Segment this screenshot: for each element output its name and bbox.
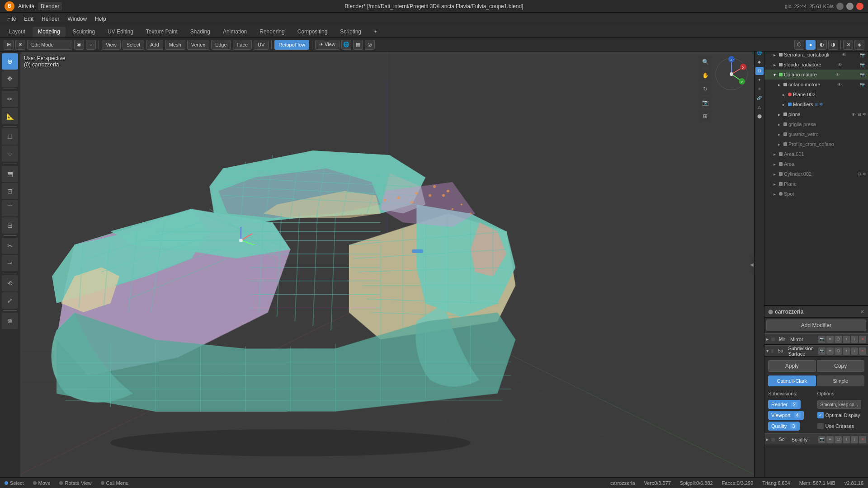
tool-transform[interactable]: ⟲ (2, 275, 18, 291)
outliner-item-plane002[interactable]: ▸ Plane.002 (764, 89, 868, 99)
shading-render[interactable]: ◑ (828, 40, 838, 50)
tab-rendering[interactable]: Rendering (254, 27, 290, 37)
outliner-item-plane[interactable]: ▸ Plane (764, 179, 868, 189)
outliner-item-cylinder[interactable]: ▸ Cylinder.002 ⊟ ✲ (764, 169, 868, 179)
soli-render-icon[interactable]: 📷 (818, 436, 826, 443)
expand-mir-icon[interactable]: ▸ (766, 337, 769, 342)
outliner-item-profilo[interactable]: ▸ Profilo_crom_cofano (764, 139, 868, 149)
overlay-btn[interactable]: ⊙ (843, 40, 853, 50)
mir-edit-icon[interactable]: ✏ (826, 336, 834, 343)
outliner-item-spot[interactable]: ▸ Spot (764, 189, 868, 199)
add-workspace-btn[interactable]: + (368, 27, 382, 37)
view-icon1[interactable]: 🌐 (341, 40, 351, 50)
eye-icon-cofano[interactable]: 👁 (837, 82, 842, 87)
outliner-item-cofano[interactable]: ▸ cofano motore 👁 📷 (764, 80, 868, 89)
nav-gizmo[interactable]: X Y Z (713, 56, 750, 92)
su-cage-icon[interactable]: ⬡ (835, 347, 842, 355)
toolbar-btn-edge[interactable]: Edge (211, 40, 231, 50)
maximize-btn[interactable] (846, 3, 854, 10)
su-up-icon[interactable]: ↑ (843, 347, 850, 355)
tool-bisect[interactable]: ⊸ (2, 255, 18, 271)
soli-down-icon[interactable]: ↓ (851, 436, 858, 443)
camera-view-btn[interactable]: 📷 (699, 97, 711, 108)
prop-icon-object[interactable]: ◆ (755, 58, 764, 66)
mir-render-icon[interactable]: 📷 (818, 336, 826, 343)
tool-measure[interactable]: 📐 (2, 108, 18, 124)
properties-close-btn[interactable]: ✕ (860, 309, 864, 315)
tool-loop-cut[interactable]: ⊟ (2, 217, 18, 234)
tool-circle-select[interactable]: ○ (2, 145, 18, 162)
prop-icon-material[interactable]: ⬤ (755, 112, 764, 120)
prop-icon-data[interactable]: △ (755, 103, 764, 111)
xray-btn[interactable]: ◈ (854, 40, 864, 50)
use-creases-checkbox[interactable] (817, 423, 824, 429)
outliner-item-area[interactable]: ▸ Area (764, 159, 868, 169)
close-btn[interactable] (856, 3, 863, 10)
tool-move[interactable]: ✥ (2, 70, 18, 87)
shading-solid[interactable]: ● (806, 40, 816, 50)
toolbar-btn-add[interactable]: Add (146, 40, 163, 50)
outliner-item-area001[interactable]: ▸ Area.001 (764, 149, 868, 159)
toolbar-btn-retopoflow[interactable]: RetopoFlow (274, 40, 309, 50)
rotate-view-btn[interactable]: ↻ (699, 83, 711, 95)
tool-annotate[interactable]: ✏ (2, 91, 18, 107)
menu-help[interactable]: Help (91, 15, 110, 23)
smooth-btn[interactable]: Smooth, keep co... (817, 400, 861, 409)
tool-cursor[interactable]: ⊕ (2, 53, 18, 70)
outliner-item-pinna[interactable]: ▸ pinna 👁 ⊟ ✲ (764, 109, 868, 119)
mir-cage-icon[interactable]: ⬡ (835, 336, 842, 343)
outliner-item-cofano-grp[interactable]: ▾ Cofano motore 👁 📷 (764, 70, 868, 80)
su-delete-icon[interactable]: ✕ (859, 347, 866, 355)
toolbar-icon-1[interactable]: ⊞ (4, 40, 14, 50)
tab-modeling[interactable]: Modeling (33, 27, 66, 37)
mir-down-icon[interactable]: ↓ (851, 336, 858, 343)
toolbar-btn-mesh[interactable]: Mesh (165, 40, 185, 50)
simple-tab[interactable]: Simple (817, 375, 865, 386)
toolbar-icon-view[interactable]: ◉ (74, 40, 84, 50)
tab-texture-paint[interactable]: Texture Paint (141, 27, 183, 37)
optimal-display-checkbox[interactable]: ✓ (817, 412, 824, 418)
catmull-clark-tab[interactable]: Catmull-Clark (768, 375, 816, 386)
tool-snap[interactable]: ⊛ (2, 313, 18, 329)
cam-icon-cofano-grp[interactable]: 📷 (860, 72, 865, 77)
apply-btn[interactable]: Apply (768, 360, 816, 372)
tool-shear[interactable]: ⤢ (2, 292, 18, 309)
eye-icon-cofano-grp[interactable]: 👁 (835, 72, 840, 77)
panel-collapse-btn[interactable]: ◀ (750, 255, 754, 273)
prop-icon-physics[interactable]: ⚛ (755, 85, 764, 93)
view-icon2[interactable]: ▦ (353, 40, 363, 50)
view-icon3[interactable]: ◎ (365, 40, 375, 50)
menu-edit[interactable]: Edit (20, 15, 37, 23)
cam-icon-cofano[interactable]: 📷 (860, 82, 865, 87)
minimize-btn[interactable] (836, 3, 844, 10)
tool-bevel[interactable]: ⌒ (2, 200, 18, 216)
mir-delete-icon[interactable]: ✕ (859, 336, 866, 343)
su-down-icon[interactable]: ↓ (851, 347, 858, 355)
prop-icon-particles[interactable]: ✦ (755, 76, 764, 84)
pan-btn[interactable]: ✋ (699, 70, 711, 81)
toolbar-btn-select[interactable]: Select (123, 40, 145, 50)
shading-wire[interactable]: ⬡ (794, 40, 804, 50)
expand-su-icon[interactable]: ▾ (766, 348, 769, 353)
su-edit-icon[interactable]: ✏ (826, 347, 834, 355)
view-label[interactable]: ✈ View (315, 40, 340, 50)
toolbar-btn-uv[interactable]: UV (254, 40, 269, 50)
tab-sculpting[interactable]: Sculpting (67, 27, 100, 37)
expand-soli-icon[interactable]: ▸ (766, 437, 769, 442)
ortho-btn[interactable]: ⊞ (699, 110, 711, 122)
soli-delete-icon[interactable]: ✕ (859, 436, 866, 443)
mode-select[interactable]: Edit Mode (27, 40, 72, 50)
outliner-item-sfondo[interactable]: ▸ sfondo_radiatore 👁 📷 (764, 60, 868, 70)
toolbar-btn-view[interactable]: View (102, 40, 121, 50)
eye-icon-pinna[interactable]: 👁 (851, 112, 856, 117)
toolbar-btn-face[interactable]: Face (233, 40, 252, 50)
soli-up-icon[interactable]: ↑ (843, 436, 850, 443)
outliner-item-griglia[interactable]: ▸ griglia-presa (764, 119, 868, 129)
su-render-icon[interactable]: 📷 (818, 347, 826, 355)
prop-icon-constraints[interactable]: 🔗 (755, 94, 764, 102)
menu-window[interactable]: Window (64, 15, 90, 23)
tool-inset[interactable]: ⊡ (2, 183, 18, 199)
tab-animation[interactable]: Animation (217, 27, 252, 37)
main-viewport[interactable]: User Perspective (0) carrozzeria X Y Z 🔍… (20, 52, 754, 477)
tool-extrude[interactable]: ⬒ (2, 166, 18, 182)
